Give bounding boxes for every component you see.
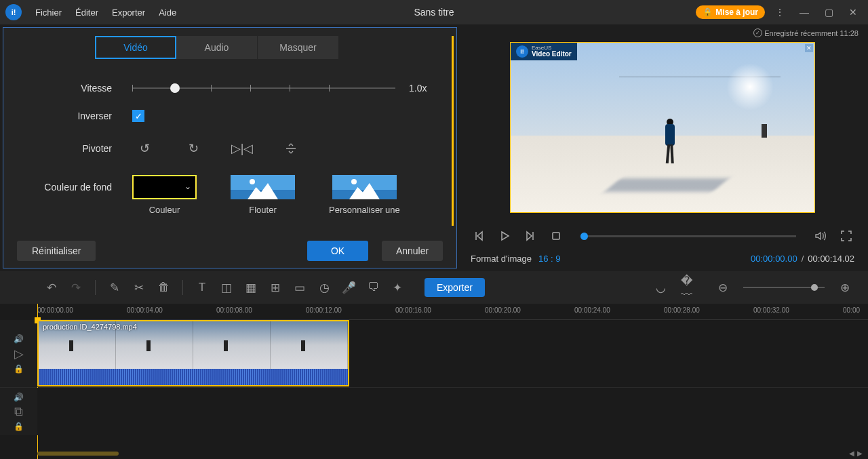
scroll-left-icon[interactable]: ◀ <box>849 450 854 457</box>
fit-icon[interactable]: �〰 <box>681 277 703 298</box>
chevron-down-icon: ⌄ <box>184 182 191 191</box>
playback-thumb[interactable] <box>580 233 588 240</box>
time-total: 00:00:14.02 <box>808 254 854 264</box>
more-icon[interactable]: ⋮ <box>770 3 789 22</box>
menu-export[interactable]: Exporter <box>105 7 152 18</box>
tab-audio[interactable]: Audio <box>176 36 258 59</box>
saved-status: Enregistré récemment 11:28 <box>753 28 859 37</box>
window-title: Sans titre <box>414 7 454 18</box>
grid-icon[interactable]: ⊞ <box>264 277 286 298</box>
export-button[interactable]: Exporter <box>425 278 485 297</box>
lock-mini-icon[interactable]: 🔒 <box>14 364 24 374</box>
app-logo: i! <box>5 4 22 20</box>
tab-video[interactable]: Vidéo <box>95 36 176 59</box>
reverse-label: Inverser <box>17 111 132 121</box>
edit-icon[interactable]: ✎ <box>104 277 125 298</box>
speed-slider[interactable] <box>132 87 395 89</box>
magic-icon[interactable]: ✦ <box>387 277 408 298</box>
ruler-mark: 00:00 <box>843 306 860 314</box>
speed-slider-thumb[interactable] <box>170 83 180 93</box>
timeline-ruler[interactable]: 00:00:00.00 00:00:04.00 00:00:08.00 00:0… <box>37 304 868 320</box>
watermark-close-icon[interactable]: ✕ <box>805 44 813 52</box>
titlebar: i! Fichier Éditer Exporter Aide Sans tit… <box>0 0 868 24</box>
pip-track[interactable] <box>37 388 868 435</box>
play-button[interactable] <box>496 228 513 244</box>
timeline-toolbar: ↶ ↷ ✎ ✂ 🗑 T ◫ ▦ ⊞ ▭ ◷ 🎤 🗨 ✦ Exporter ◡ �… <box>0 271 868 304</box>
pip-track-icon: ⧉ <box>14 405 23 419</box>
reset-button[interactable]: Réinitialiser <box>17 241 96 261</box>
video-track[interactable]: production ID_4274798.mp4 <box>37 320 868 387</box>
ruler-mark: 00:00:20.00 <box>485 306 521 314</box>
stop-button[interactable] <box>548 228 564 244</box>
volume-icon[interactable] <box>812 228 829 244</box>
tab-mask[interactable]: Masquer <box>258 36 339 59</box>
volume-mini-icon[interactable]: 🔊 <box>14 393 24 402</box>
bg-custom-option[interactable] <box>332 175 397 199</box>
scroll-right-icon[interactable]: ▶ <box>857 450 863 457</box>
menu-file[interactable]: Fichier <box>28 7 68 18</box>
scrollbar[interactable] <box>452 36 454 226</box>
bg-blur-option[interactable] <box>231 175 295 199</box>
time-current: 00:00:00.00 <box>751 254 797 264</box>
lock-mini-icon[interactable]: 🔒 <box>14 422 24 431</box>
speed-label: Vitesse <box>17 83 132 94</box>
close-button[interactable]: ✕ <box>844 3 863 22</box>
video-clip[interactable]: production ID_4274798.mp4 <box>37 320 349 386</box>
undo-icon[interactable]: ↶ <box>41 277 62 298</box>
update-button[interactable]: 🔒 Mise à jour <box>696 5 765 19</box>
maximize-button[interactable]: ▢ <box>819 3 838 22</box>
ruler-mark: 00:00:04.00 <box>127 306 163 314</box>
rotate-cw-icon[interactable]: ↻ <box>181 138 205 159</box>
cancel-button[interactable]: Annuler <box>382 241 443 261</box>
frame-icon[interactable]: ▭ <box>289 277 311 298</box>
next-frame-button[interactable] <box>522 228 538 244</box>
aspect-ratio[interactable]: 16 : 9 <box>538 254 561 264</box>
reverse-checkbox[interactable]: ✓ <box>132 110 144 122</box>
bg-color-label: Couleur <box>149 205 180 215</box>
zoom-in-icon[interactable]: ⊕ <box>834 277 856 298</box>
video-track-head: 🔊 ▷ 🔒 <box>0 320 37 387</box>
ruler-mark: 00:00:16.00 <box>395 306 431 314</box>
text-icon[interactable]: T <box>191 277 213 298</box>
fullscreen-icon[interactable] <box>838 228 854 244</box>
format-label: Format d'image <box>471 254 532 264</box>
update-label: Mise à jour <box>715 7 758 17</box>
redo-icon[interactable]: ↷ <box>65 277 87 298</box>
crop-icon[interactable]: ◫ <box>216 277 237 298</box>
minimize-button[interactable]: — <box>795 3 814 22</box>
marker-icon[interactable]: ◡ <box>650 277 671 298</box>
zoom-slider[interactable] <box>743 287 825 288</box>
preview-panel: Enregistré récemment 11:28 i! EaseUS Vid… <box>457 24 868 268</box>
flip-horizontal-icon[interactable]: ▷|◁ <box>230 138 254 159</box>
bg-custom-label: Personnaliser une <box>329 205 400 215</box>
zoom-out-icon[interactable]: ⊖ <box>712 277 734 298</box>
menu-help[interactable]: Aide <box>152 7 183 18</box>
ruler-mark: 00:00:12.00 <box>306 306 342 314</box>
delete-icon[interactable]: 🗑 <box>153 277 174 298</box>
clip-filename: production ID_4274798.mp4 <box>43 323 137 331</box>
duration-icon[interactable]: ◷ <box>313 277 335 298</box>
volume-mini-icon[interactable]: 🔊 <box>14 334 24 344</box>
speed-value: 1.0x <box>409 83 443 94</box>
mosaic-icon[interactable]: ▦ <box>240 277 262 298</box>
cut-icon[interactable]: ✂ <box>128 277 150 298</box>
playback-slider[interactable] <box>580 235 796 237</box>
ruler-mark: 00:00:24.00 <box>574 306 610 314</box>
speech-icon[interactable]: 🗨 <box>362 277 384 298</box>
horizontal-scrollbar[interactable] <box>37 452 119 456</box>
voiceover-icon[interactable]: 🎤 <box>338 277 359 298</box>
lock-icon: 🔒 <box>703 7 713 17</box>
ok-button[interactable]: OK <box>307 241 368 261</box>
svg-rect-0 <box>553 233 559 239</box>
rotate-ccw-icon[interactable]: ↺ <box>132 138 157 159</box>
watermark-product: Video Editor <box>532 51 572 58</box>
zoom-thumb[interactable] <box>811 284 818 291</box>
bg-blur-label: Flouter <box>249 205 276 215</box>
flip-vertical-icon[interactable] <box>279 138 303 159</box>
video-preview: i! EaseUS Video Editor ✕ <box>510 42 815 213</box>
ruler-mark: 00:00:00.00 <box>37 306 73 314</box>
clip-waveform <box>39 369 348 386</box>
prev-frame-button[interactable] <box>471 228 487 244</box>
bg-color-select[interactable]: ⌄ <box>132 175 197 199</box>
menu-edit[interactable]: Éditer <box>68 7 105 18</box>
